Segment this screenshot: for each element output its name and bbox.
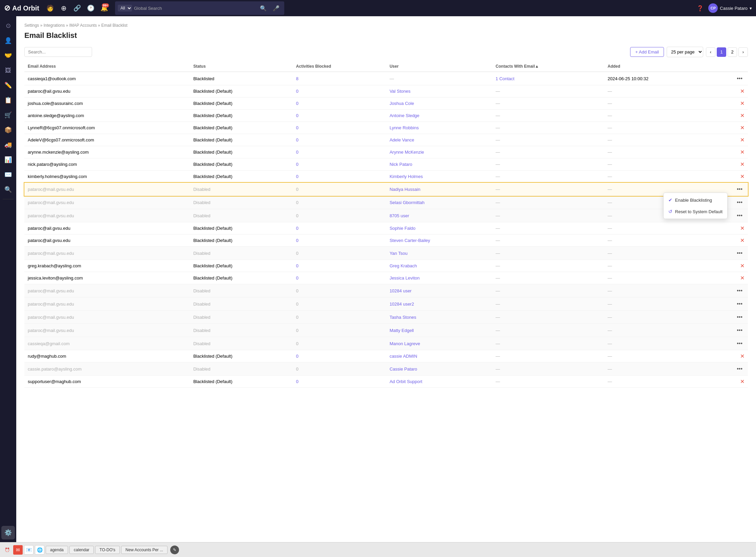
delete-button[interactable]: ✕	[740, 161, 744, 168]
clock-icon-btn[interactable]: 🕐	[85, 3, 96, 14]
user-link[interactable]: Antoine Sledge	[390, 113, 419, 118]
add-icon-btn[interactable]: ⊕	[58, 3, 69, 14]
user-link[interactable]: Greg Krabach	[390, 263, 417, 268]
user-link[interactable]: 10284 user2	[390, 302, 414, 307]
delete-button[interactable]: ✕	[740, 88, 744, 94]
delete-button[interactable]: ✕	[740, 275, 744, 281]
taskbar-globe-icon[interactable]: 🌐	[35, 545, 44, 555]
user-link[interactable]: 8705 user	[390, 213, 409, 218]
user-link[interactable]: Steven Carter-Bailey	[390, 238, 430, 243]
user-link[interactable]: Nadiya Hussain	[390, 187, 420, 192]
more-actions-button[interactable]: •••	[735, 340, 744, 347]
taskbar-agenda-btn[interactable]: agenda	[46, 546, 68, 554]
more-actions-button[interactable]: •••	[735, 365, 744, 373]
user-link[interactable]: Joshua Cole	[390, 101, 414, 106]
activities-link[interactable]: 0	[296, 288, 298, 293]
activities-link[interactable]: 0	[296, 263, 298, 268]
user-link[interactable]: Kimberly Holmes	[390, 174, 423, 179]
reset-to-default-item[interactable]: ↺ Reset to System Default	[664, 206, 727, 217]
contact-link[interactable]: 1 Contact	[496, 76, 515, 81]
activities-link[interactable]: 8	[296, 76, 298, 81]
delete-button[interactable]: ✕	[740, 353, 744, 359]
sidebar-item-production[interactable]: 📦	[1, 123, 15, 137]
more-actions-button[interactable]: •••	[735, 75, 744, 82]
activities-link[interactable]: 0	[296, 328, 298, 333]
more-actions-button[interactable]: •••	[735, 327, 744, 334]
activities-link[interactable]: 0	[296, 213, 298, 218]
activities-link[interactable]: 0	[296, 187, 298, 192]
delete-button[interactable]: ✕	[740, 149, 744, 155]
more-actions-button[interactable]: •••	[735, 300, 744, 308]
page-1-btn[interactable]: 1	[717, 47, 726, 57]
sidebar-item-contacts[interactable]: 👤	[1, 34, 15, 47]
breadcrumb-imap[interactable]: IMAP Accounts	[69, 23, 97, 28]
activities-link[interactable]: 0	[296, 101, 298, 106]
delete-button[interactable]: ✕	[740, 263, 744, 269]
sidebar-item-shop[interactable]: 🛒	[1, 108, 15, 122]
user-link[interactable]: Matty Edgell	[390, 328, 414, 333]
taskbar-mail2-icon[interactable]: 📧	[24, 545, 34, 555]
sidebar-item-reports[interactable]: 📊	[1, 153, 15, 166]
delete-button[interactable]: ✕	[740, 112, 744, 119]
activities-link[interactable]: 0	[296, 275, 298, 281]
more-actions-button[interactable]: •••	[735, 249, 744, 257]
user-link[interactable]: Selasi Gbormittah	[390, 200, 424, 205]
activities-link[interactable]: 0	[296, 174, 298, 179]
link-icon-btn[interactable]: 🔗	[72, 3, 83, 14]
user-link[interactable]: 10284 user	[390, 288, 412, 293]
activities-link[interactable]: 0	[296, 226, 298, 231]
delete-button[interactable]: ✕	[740, 225, 744, 231]
sidebar-item-email[interactable]: ✉️	[1, 168, 15, 181]
sidebar-item-home[interactable]: ⊙	[1, 19, 15, 32]
activities-link[interactable]: 0	[296, 162, 298, 167]
delete-button[interactable]: ✕	[740, 237, 744, 244]
activities-link[interactable]: 0	[296, 150, 298, 155]
user-link[interactable]: Manon Lagreve	[390, 341, 420, 346]
user-link[interactable]: Tasha Stones	[390, 315, 416, 320]
sidebar-item-search[interactable]: 🔍	[1, 183, 15, 196]
breadcrumb-integrations[interactable]: Integrations	[44, 23, 65, 28]
sidebar-item-settings[interactable]: ⚙️	[1, 526, 15, 539]
avatar-icon-btn[interactable]: 🧑	[45, 3, 55, 14]
user-link[interactable]: Lynne Robbins	[390, 125, 419, 130]
sidebar-item-editorial[interactable]: ✏️	[1, 79, 15, 92]
more-actions-button[interactable]: •••	[735, 212, 744, 219]
activities-link[interactable]: 0	[296, 238, 298, 243]
sidebar-item-crm[interactable]: 🤝	[1, 49, 15, 62]
more-actions-button[interactable]: •••	[735, 199, 744, 206]
enable-blacklisting-item[interactable]: ✔ Enable Blacklisting	[664, 194, 727, 206]
user-link[interactable]: Yan Tsou	[390, 251, 407, 256]
mic-icon-btn[interactable]: 🎤	[271, 3, 282, 14]
user-link[interactable]: Nick Pataro	[390, 162, 412, 167]
activities-link[interactable]: 0	[296, 366, 298, 372]
delete-button[interactable]: ✕	[740, 378, 744, 385]
search-scope-dropdown[interactable]: All	[118, 5, 132, 12]
activities-link[interactable]: 0	[296, 341, 298, 346]
delete-button[interactable]: ✕	[740, 137, 744, 143]
user-link[interactable]: Adele Vance	[390, 137, 414, 142]
user-link[interactable]: Ad Orbit Support	[390, 379, 422, 384]
taskbar-email-icon[interactable]: ✉	[13, 545, 23, 555]
user-link[interactable]: Val Stones	[390, 89, 410, 94]
per-page-select[interactable]: 25 per page	[667, 47, 703, 57]
breadcrumb-settings[interactable]: Settings	[24, 23, 39, 28]
activities-link[interactable]: 0	[296, 354, 298, 359]
delete-button[interactable]: ✕	[740, 125, 744, 131]
activities-link[interactable]: 0	[296, 302, 298, 307]
add-email-button[interactable]: + Add Email	[630, 47, 664, 57]
help-icon-btn[interactable]: ❓	[695, 3, 706, 14]
activities-link[interactable]: 0	[296, 315, 298, 320]
sidebar-item-media[interactable]: 🖼	[1, 64, 15, 77]
search-icon-btn[interactable]: 🔍	[258, 3, 269, 14]
global-search-input[interactable]	[134, 6, 256, 11]
more-actions-button[interactable]: •••	[735, 185, 744, 193]
more-actions-button[interactable]: •••	[735, 313, 744, 321]
taskbar-calendar-btn[interactable]: calendar	[69, 546, 94, 554]
user-link[interactable]: cassie ADMIN	[390, 354, 417, 359]
user-link[interactable]: Cassie Pataro	[390, 366, 417, 372]
activities-link[interactable]: 0	[296, 379, 298, 384]
user-menu[interactable]: CP Cassie Pataro ▾	[708, 3, 752, 13]
sidebar-item-delivery[interactable]: 🚚	[1, 138, 15, 152]
user-link[interactable]: Jessica Leviton	[390, 275, 420, 281]
more-actions-button[interactable]: •••	[735, 287, 744, 294]
